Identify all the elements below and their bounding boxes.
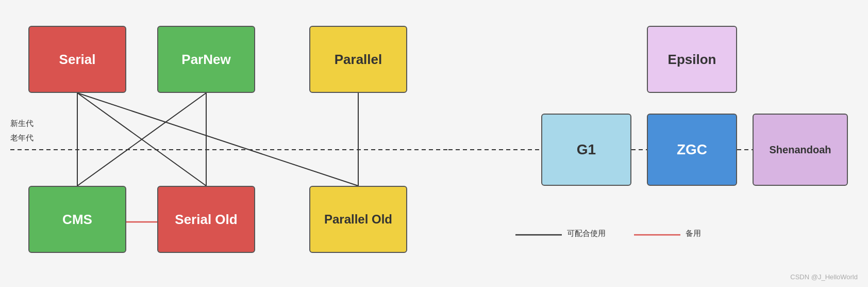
box-zgc: ZGC: [647, 114, 737, 186]
box-serialold: Serial Old: [157, 186, 255, 253]
box-cms: CMS: [28, 186, 126, 253]
svg-line-5: [77, 93, 206, 186]
legend-compatible-label: 可配合使用: [567, 229, 606, 238]
box-epsilon: Epsilon: [647, 26, 737, 93]
box-g1: G1: [541, 114, 631, 186]
connections-svg: [0, 0, 868, 287]
box-shenandoah: Shenandoah: [753, 114, 848, 186]
box-parnew: ParNew: [157, 26, 255, 93]
svg-line-6: [77, 93, 206, 186]
box-parallel: Parallel: [309, 26, 407, 93]
box-parallelold: Parallel Old: [309, 186, 407, 253]
legend-fallback-label: 备用: [686, 229, 701, 238]
svg-line-9: [77, 93, 358, 186]
old-gen-label: 老年代: [10, 133, 34, 143]
watermark: CSDN @J_HelloWorld: [790, 273, 858, 281]
young-gen-label: 新生代: [10, 119, 34, 129]
box-serial: Serial: [28, 26, 126, 93]
diagram-container: 新生代 老年代 Serial ParNew Parallel CMS Seria…: [0, 0, 868, 287]
